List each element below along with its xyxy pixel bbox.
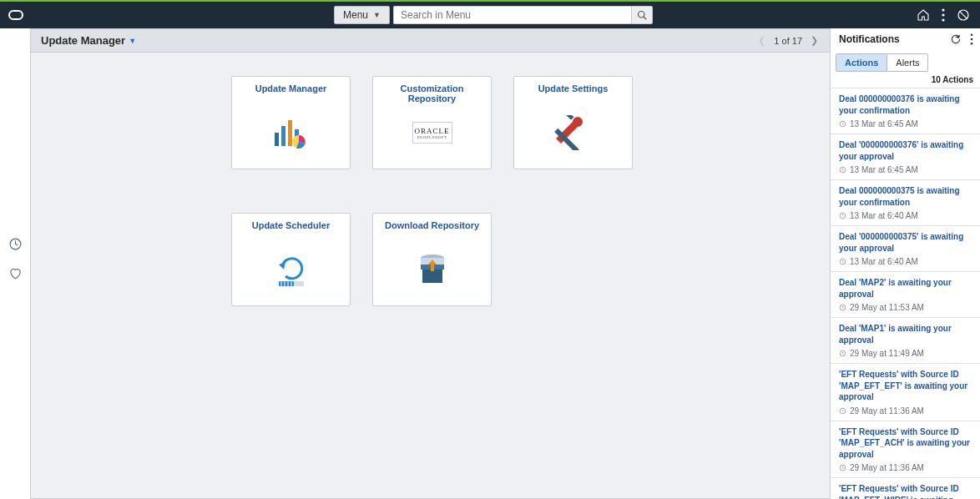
main-panel: Update Manager ▼ ❮ 1 of 17 ❯ Update Mana…	[30, 28, 830, 499]
svg-point-4	[942, 13, 944, 16]
page-title-dropdown[interactable]: Update Manager ▼	[41, 34, 136, 47]
tile-customization-repository[interactable]: Customization Repository ORACLE PEOPLESO…	[372, 76, 492, 169]
top-bar: Menu ▼	[0, 0, 980, 28]
pager: ❮ 1 of 17 ❯	[756, 33, 820, 48]
tile-grid: Update Manager Customization Repository	[31, 53, 830, 340]
topbar-actions	[917, 8, 970, 22]
svg-rect-15	[563, 115, 573, 120]
tile-update-settings[interactable]: Update Settings	[513, 76, 633, 169]
tab-actions[interactable]: Actions	[836, 53, 887, 72]
notifications-list[interactable]: Deal 000000000376 is awaiting your confi…	[831, 88, 980, 499]
clock-icon	[839, 304, 846, 311]
pager-next-button[interactable]: ❯	[809, 33, 820, 48]
svg-point-31	[971, 43, 973, 45]
download-box-icon	[414, 251, 451, 288]
svg-rect-11	[288, 120, 292, 146]
notification-message: Deal '000000000375' is awaiting your app…	[839, 231, 973, 254]
caret-down-icon: ▼	[373, 11, 381, 19]
notification-item[interactable]: Deal 'MAP1' is awaiting your approval29 …	[831, 317, 980, 363]
tile-title: Update Scheduler	[252, 220, 331, 234]
main-header: Update Manager ▼ ❮ 1 of 17 ❯	[31, 29, 830, 53]
svg-rect-10	[281, 126, 285, 146]
kebab-menu-icon[interactable]	[970, 33, 973, 45]
page-title: Update Manager	[41, 34, 125, 47]
tab-alerts[interactable]: Alerts	[887, 53, 928, 72]
notification-message: 'EFT Requests' with Source ID 'MAP_EFT_E…	[839, 369, 973, 403]
notification-message: Deal 'MAP2' is awaiting your approval	[839, 277, 973, 300]
notifications-tabs: Actions Alerts	[831, 48, 980, 72]
tile-update-scheduler[interactable]: Update Scheduler	[231, 213, 351, 306]
notification-message: Deal '000000000376' is awaiting your app…	[839, 139, 973, 162]
notification-message: Deal 'MAP1' is awaiting your approval	[839, 323, 973, 345]
notifications-header: Notifications	[831, 28, 980, 48]
clock-icon	[839, 407, 846, 415]
tile-title: Update Manager	[255, 83, 327, 97]
svg-point-5	[942, 18, 944, 21]
notification-time: 29 May at 11:36 AM	[839, 406, 973, 416]
left-rail	[0, 28, 30, 499]
svg-line-7	[959, 11, 967, 18]
notification-time: 29 May at 11:36 AM	[839, 463, 973, 472]
notification-time: 13 Mar at 6:45 AM	[839, 119, 973, 129]
notification-item[interactable]: 'EFT Requests' with Source ID 'MAP_EFT_E…	[831, 363, 980, 421]
tile-title: Download Repository	[385, 220, 479, 234]
recent-icon[interactable]	[8, 237, 23, 251]
refresh-icon[interactable]	[950, 33, 962, 45]
search-icon	[637, 10, 647, 20]
oracle-logo-icon[interactable]	[8, 8, 23, 23]
notification-time: 29 May at 11:53 AM	[839, 303, 973, 312]
notifications-title: Notifications	[839, 33, 950, 45]
notification-time: 13 Mar at 6:45 AM	[839, 165, 973, 174]
notifications-panel: Notifications Actions Alerts 10 Actions …	[830, 28, 980, 499]
notification-message: Deal 000000000375 is awaiting your confi…	[839, 185, 973, 208]
badge-line2: PEOPLESOFT	[417, 135, 447, 139]
notification-item[interactable]: Deal 000000000376 is awaiting your confi…	[831, 88, 980, 134]
actions-count: 10 Actions	[831, 72, 980, 88]
menu-search	[393, 6, 653, 24]
kebab-menu-icon[interactable]	[942, 8, 945, 22]
tile-download-repository[interactable]: Download Repository	[372, 213, 492, 306]
favorites-heart-icon[interactable]	[8, 266, 23, 280]
clock-icon	[839, 212, 846, 219]
notification-item[interactable]: Deal 000000000375 is awaiting your confi…	[831, 179, 980, 225]
no-entry-icon[interactable]	[957, 8, 970, 22]
svg-rect-0	[9, 11, 23, 19]
svg-marker-28	[955, 33, 960, 38]
refresh-progress-icon	[274, 251, 309, 288]
pager-prev-button[interactable]: ❮	[756, 33, 767, 48]
pager-text: 1 of 17	[774, 36, 802, 46]
clock-icon	[839, 464, 846, 471]
badge-line1: ORACLE	[415, 127, 450, 135]
search-button[interactable]	[631, 6, 653, 24]
clock-icon	[839, 120, 846, 128]
notification-item[interactable]: 'EFT Requests' with Source ID 'MAP_EFT_W…	[831, 477, 980, 499]
svg-rect-9	[275, 133, 279, 146]
clock-icon	[839, 166, 846, 174]
tile-title: Update Settings	[538, 83, 609, 97]
caret-down-icon: ▼	[129, 37, 136, 45]
tile-update-manager[interactable]: Update Manager	[231, 76, 351, 169]
notification-item[interactable]: Deal '000000000375' is awaiting your app…	[831, 225, 980, 271]
clock-icon	[839, 258, 846, 265]
oracle-peoplesoft-badge-icon: ORACLE PEOPLESOFT	[412, 122, 452, 144]
notification-item[interactable]: 'EFT Requests' with Source ID 'MAP_EFT_A…	[831, 421, 980, 478]
svg-line-2	[644, 17, 646, 19]
notification-time: 29 May at 11:49 AM	[839, 349, 973, 358]
clock-icon	[839, 350, 846, 357]
workspace-shell: Update Manager ▼ ❮ 1 of 17 ❯ Update Mana…	[0, 28, 980, 499]
notification-item[interactable]: Deal 'MAP2' is awaiting your approval29 …	[831, 271, 980, 317]
home-icon[interactable]	[917, 8, 930, 22]
svg-point-3	[942, 8, 944, 11]
menu-dropdown-button[interactable]: Menu ▼	[334, 6, 390, 24]
bar-chart-pie-icon	[273, 116, 310, 149]
search-input[interactable]	[393, 6, 631, 24]
svg-point-30	[971, 38, 973, 41]
notification-message: 'EFT Requests' with Source ID 'MAP_EFT_W…	[839, 483, 973, 499]
svg-point-29	[971, 33, 973, 36]
notification-time: 13 Mar at 6:40 AM	[839, 257, 973, 266]
wrench-screwdriver-icon	[554, 115, 593, 150]
svg-point-1	[638, 12, 644, 18]
notification-item[interactable]: Deal '000000000376' is awaiting your app…	[831, 134, 980, 179]
notification-message: Deal 000000000376 is awaiting your confi…	[839, 93, 973, 116]
notification-time: 13 Mar at 6:40 AM	[839, 211, 973, 220]
